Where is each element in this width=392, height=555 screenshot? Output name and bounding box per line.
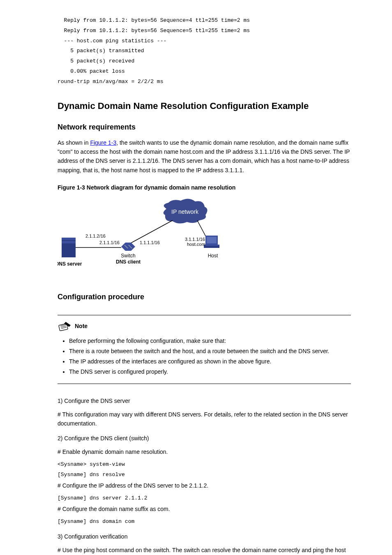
host-ip: 3.1.1.1/16 <box>185 237 205 242</box>
code-line: [Sysname] dns resolve <box>58 471 351 479</box>
code-line: [Sysname] dns domain com <box>58 518 351 526</box>
note-bullet: Before performing the following configur… <box>69 337 351 345</box>
host-label: Host <box>208 253 218 259</box>
svg-marker-6 <box>121 243 135 251</box>
step-1-body: # This configuration may vary with diffe… <box>58 410 351 428</box>
intro-text-before: As shown in <box>58 139 90 146</box>
code-line: 5 packet(s) transmitted <box>58 47 351 56</box>
cloud-label: IP network <box>171 208 199 215</box>
code-line: 0.00% packet loss <box>58 67 351 76</box>
step-3-body: # Use the ping host command on the switc… <box>58 546 351 555</box>
subsection-heading-network: Network requirements <box>58 121 351 133</box>
svg-line-15 <box>61 326 66 327</box>
step-3: 3) Configuration verification <box>58 532 351 541</box>
note-bullet-list: Before performing the following configur… <box>58 337 351 376</box>
subsection-heading-procedure: Configuration procedure <box>58 291 351 303</box>
figure-caption: Figure 1-3 Network diagram for dynamic d… <box>58 183 351 192</box>
switch-ip-right: 1.1.1.1/16 <box>140 240 160 245</box>
host-domain: host.com <box>187 242 205 247</box>
dns-server-label: DNS server <box>58 261 82 267</box>
note-label: Note <box>75 321 88 331</box>
step-2: 2) Configure the DNS client (switch) <box>58 434 351 443</box>
code-line: Reply from 10.1.1.2: bytes=56 Sequence=4… <box>58 16 351 25</box>
switch-ip-left: 2.1.1.1/16 <box>99 240 120 245</box>
switch-label-bottom: DNS client <box>116 259 141 265</box>
switch-label-top: Switch <box>121 253 135 259</box>
note-bullet: There is a route between the switch and … <box>69 347 351 356</box>
svg-rect-3 <box>62 238 76 240</box>
code-line: --- host.com ping statistics --- <box>58 37 351 46</box>
dns-server-ip: 2.1.1.2/16 <box>85 234 106 238</box>
note-header: Note <box>58 321 351 331</box>
step-2c: # Configure the domain name suffix as co… <box>58 504 351 513</box>
note-bullet: The IP addresses of the interfaces are c… <box>69 357 351 366</box>
note-bullet: The DNS server is configured properly. <box>69 368 351 376</box>
svg-rect-12 <box>204 245 219 246</box>
svg-line-16 <box>61 327 67 328</box>
code-line: [Sysname] dns server 2.1.1.2 <box>58 494 351 503</box>
step-2a: # Enable dynamic domain name resolution. <box>58 447 351 456</box>
note-icon <box>58 321 72 331</box>
step-2b: # Configure the IP address of the DNS se… <box>58 481 351 490</box>
svg-rect-4 <box>62 241 76 243</box>
code-line: Reply from 10.1.1.2: bytes=56 Sequence=5… <box>58 27 351 35</box>
figure-link[interactable]: Figure 1-3 <box>90 139 116 146</box>
code-line: round-trip min/avg/max = 2/2/2 ms <box>58 78 351 86</box>
note-box: Note Before performing the following con… <box>58 315 351 384</box>
intro-paragraph: As shown in Figure 1-3, the switch wants… <box>58 138 351 175</box>
network-diagram: IP network DNS server 2.1.1.2/16 2.1.1.1… <box>58 197 230 279</box>
code-line: 5 packet(s) received <box>58 57 351 66</box>
svg-rect-10 <box>207 237 217 243</box>
svg-rect-2 <box>62 238 76 257</box>
section-heading: Dynamic Domain Name Resolution Configura… <box>58 99 351 113</box>
code-line: <Sysname> system-view <box>58 460 351 469</box>
step-1: 1) Configure the DNS server <box>58 396 351 405</box>
